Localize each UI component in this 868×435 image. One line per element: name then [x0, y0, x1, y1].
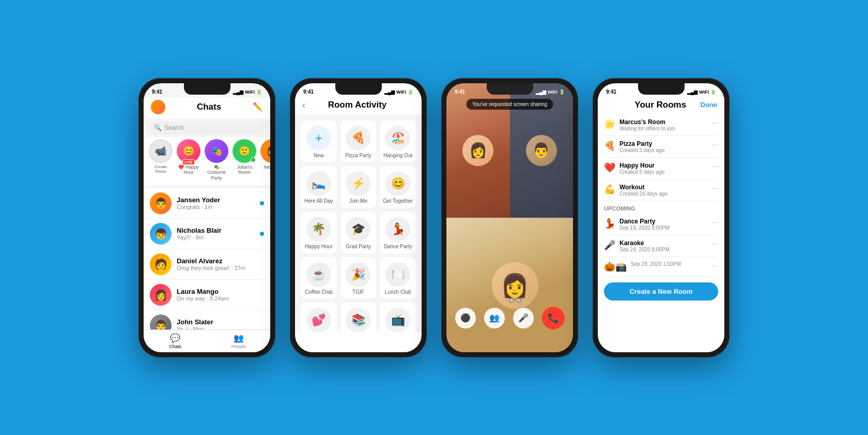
pizza-icon: 🍕 — [346, 126, 370, 151]
end-call-button[interactable]: 📞 — [542, 307, 565, 329]
chat-name-daniel: Daniel Alvarez — [177, 257, 264, 265]
search-bar[interactable]: 🔍 Search — [149, 122, 265, 134]
room-more-dance[interactable]: ··· — [712, 218, 718, 226]
call-controls: ⚫ 👥 🎤 📞 — [455, 307, 565, 329]
study-icon: 📚 — [346, 308, 370, 332]
chat-item-daniel[interactable]: 🧑 Daniel Alvarez Omg they look great! · … — [144, 249, 270, 280]
story-costume[interactable]: 🎭 🎭 CostumeParty — [205, 139, 228, 181]
tab-people[interactable]: 👥 People — [207, 330, 271, 352]
room-sub-workout: Created 28 days ago — [619, 191, 708, 197]
wifi-icon-2: WiFi — [396, 89, 406, 95]
room-item-karaoke[interactable]: 🎤 Karaoke Sep 24, 2020 8:00PM ··· — [604, 235, 718, 257]
activity-tv[interactable]: 📺 TV Time — [380, 303, 416, 332]
happyhour-icon: 🌴 — [306, 217, 331, 242]
phone-video-call: 9:41 ▂▄▆ WiFi 🔋 You've requested screen … — [441, 78, 578, 357]
activity-hanging[interactable]: 🏖️ Hanging Out — [380, 121, 416, 162]
room-emoji-karaoke: 🎤 — [604, 239, 615, 251]
notch — [184, 83, 230, 95]
story-nichol[interactable]: 👩 Nichol... — [260, 139, 270, 181]
create-new-room-button[interactable]: Create a New Room — [604, 282, 718, 301]
activity-label-joinme: Join Me — [349, 198, 367, 204]
story-label-happy: ❤️ HappyHour — [178, 164, 199, 176]
done-button[interactable]: Done — [701, 101, 718, 109]
room-emoji-workout: 💪 — [604, 184, 615, 195]
together-icon: 😊 — [385, 171, 410, 196]
room-activity-header: ‹ Room Activity — [295, 98, 422, 115]
activity-joinme[interactable]: ⚡ Join Me — [340, 166, 377, 208]
activity-label-pizza: Pizza Party — [345, 153, 371, 158]
edit-icon[interactable]: ✏️ — [253, 102, 263, 112]
activity-here[interactable]: 🛌 Here All Day — [301, 166, 337, 208]
activity-grad[interactable]: 🎓 Grad Party — [340, 212, 377, 253]
room-more-happy[interactable]: ··· — [712, 162, 718, 170]
room-item-happy[interactable]: ❤️ Happy Hour Created 9 days ago ··· — [604, 158, 718, 179]
activity-study[interactable]: 📚 Study Break — [340, 303, 377, 332]
room-item-marcus[interactable]: 🌟 Marcus's Room Waiting for others to jo… — [604, 114, 718, 136]
story-julian[interactable]: 🙂 Julian'sRoom — [233, 139, 256, 181]
people-button[interactable]: 👥 — [484, 308, 505, 328]
chat-item-jansen[interactable]: 👨 Jansen Yoder Congrats · 1m — [144, 188, 270, 219]
story-happy-hour[interactable]: 😊 LIVE ❤️ HappyHour — [177, 139, 200, 181]
room-info-karaoke: Karaoke Sep 24, 2020 8:00PM — [619, 239, 708, 252]
phones-container: 9:41 ▂▄▆ WiFi 🔋 Chats ✏️ 🔍 Search — [138, 78, 730, 357]
activity-pizza[interactable]: 🍕 Pizza Party — [340, 121, 377, 162]
chat-item-laura[interactable]: 👩 Laura Mango On my way · 8:24am — [144, 280, 270, 310]
activity-together[interactable]: 😊 Get Together — [380, 166, 416, 208]
create-room-avatar: 📹 — [149, 139, 173, 163]
hanging-icon: 🏖️ — [385, 126, 410, 151]
activity-new[interactable]: + New — [301, 121, 337, 162]
mute-button[interactable]: 🎤 — [513, 308, 534, 328]
people-tab-icon: 👥 — [234, 333, 244, 343]
story-label-nichol: Nichol... — [264, 164, 270, 170]
activity-tgif[interactable]: 🎉 TGIF — [340, 257, 377, 299]
phone3-screen: 9:41 ▂▄▆ WiFi 🔋 You've requested screen … — [446, 83, 573, 352]
activity-grid: + New 🍕 Pizza Party 🏖️ Hanging Out 🛌 Her… — [295, 115, 422, 332]
online-dot — [251, 157, 256, 162]
chat-preview-daniel: Omg they look great! · 37m — [177, 265, 264, 271]
family-icon: 💕 — [306, 308, 331, 332]
room-item-dance[interactable]: 💃 Dance Party Sep 19, 2020 8:00PM ··· — [604, 214, 718, 235]
activity-happyhour[interactable]: 🌴 Happy Hour — [301, 212, 337, 253]
chat-info-jansen: Jansen Yoder Congrats · 1m — [177, 196, 255, 210]
unread-dot-jansen — [260, 201, 264, 205]
new-activity-icon: + — [306, 126, 331, 151]
stories-row: 📹 CreateRoom 😊 LIVE ❤️ HappyHour 🎭 🎭 Cos… — [144, 137, 270, 185]
room-more-pizza[interactable]: ··· — [712, 140, 718, 148]
effect-button[interactable]: ⚫ — [455, 308, 476, 328]
avatar-daniel: 🧑 — [150, 253, 172, 275]
your-rooms-title: Your Rooms — [621, 100, 701, 110]
search-icon: 🔍 — [154, 124, 162, 131]
room-item-pizza[interactable]: 🍕 Pizza Party Created 3 days ago ··· — [604, 136, 718, 158]
activity-coffee[interactable]: ☕ Coffee Chat — [301, 257, 337, 299]
chat-name-laura: Laura Mango — [177, 288, 264, 295]
room-more-karaoke[interactable]: ··· — [712, 239, 718, 248]
room-item-sep28[interactable]: 🎃📸 Sep 28, 2020 1:00PM ··· — [604, 257, 718, 277]
phone-chats: 9:41 ▂▄▆ WiFi 🔋 Chats ✏️ 🔍 Search — [138, 78, 275, 357]
chat-name-john: John Slater — [177, 318, 264, 326]
room-emoji-sep28: 🎃📸 — [604, 261, 627, 273]
avatar-jansen: 👨 — [150, 192, 172, 214]
room-item-workout[interactable]: 💪 Workout Created 28 days ago ··· — [604, 179, 718, 201]
activity-lunch[interactable]: 🍽️ Lunch Club — [380, 257, 416, 299]
back-button[interactable]: ‹ — [302, 100, 305, 111]
story-create-room[interactable]: 📹 CreateRoom — [149, 139, 173, 181]
joinme-icon: ⚡ — [346, 171, 370, 196]
room-more-sep28[interactable]: ··· — [712, 261, 718, 269]
people-tab-label: People — [231, 344, 246, 349]
status-icons-1: ▂▄▆ WiFi 🔋 — [233, 89, 262, 95]
room-info-happy: Happy Hour Created 9 days ago — [619, 162, 708, 175]
chat-item-nicholas[interactable]: 👦 Nicholas Blair Yay!!! · 9m — [144, 219, 270, 249]
room-more-workout[interactable]: ··· — [712, 184, 718, 192]
signal-icon-3: ▂▄▆ — [536, 89, 546, 95]
avatar-laura: 👩 — [150, 284, 172, 306]
activity-dance[interactable]: 💃 Dance Party — [380, 212, 416, 253]
room-more-marcus[interactable]: ··· — [712, 118, 718, 127]
activity-family[interactable]: 💕 Family — [301, 303, 337, 332]
tab-chats[interactable]: 💬 Chats — [144, 330, 207, 352]
room-sub-sep28: Sep 28, 2020 1:00PM — [631, 261, 708, 267]
signal-icon-4: ▂▄▆ — [687, 89, 698, 95]
user-avatar[interactable] — [151, 100, 165, 114]
story-avatar-happy: 😊 LIVE — [177, 139, 200, 163]
room-sub-karaoke: Sep 24, 2020 8:00PM — [619, 247, 708, 252]
lunch-icon: 🍽️ — [385, 262, 410, 287]
